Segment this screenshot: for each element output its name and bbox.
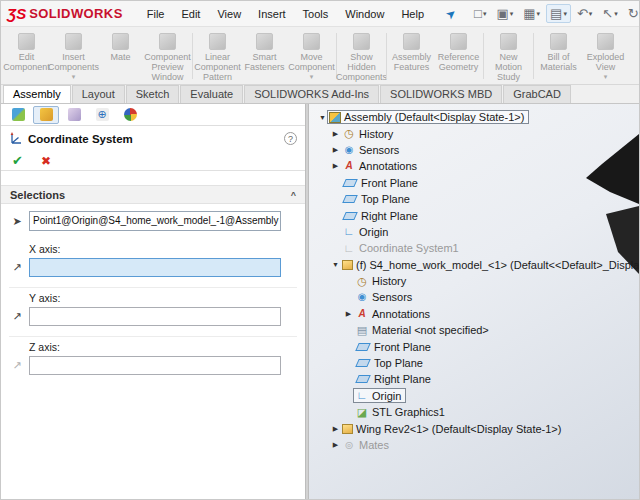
tree-item-content: Right Plane	[341, 210, 422, 222]
property-manager-panel: Coordinate System ? ✔ ✖ Selections ^ ➤ P…	[1, 104, 305, 499]
toolbar-print-button[interactable]: ▤▾	[546, 4, 571, 23]
featuremanager-tree-tab[interactable]	[5, 106, 31, 124]
annotations-icon	[355, 307, 369, 320]
selections-group-header[interactable]: Selections ^	[1, 185, 305, 204]
expand-arrow-icon[interactable]: ▼	[317, 114, 328, 121]
tree-item-label: Top Plane	[374, 357, 423, 369]
tab-layout[interactable]: Layout	[72, 85, 125, 103]
plane-icon	[355, 375, 371, 383]
cmd-move-component-button[interactable]: Move Component▾	[288, 29, 335, 83]
toolbar-new-document-button[interactable]: □▾	[470, 4, 490, 23]
tree-item-front-plane[interactable]: Front Plane	[315, 175, 639, 191]
tree-item-origin[interactable]: Origin	[315, 388, 639, 404]
help-icon[interactable]: ?	[284, 132, 297, 145]
cmd-linear-component-pattern-button[interactable]: Linear Component Pattern▾	[194, 29, 241, 83]
propertymanager-icon	[40, 108, 53, 121]
dropdown-caret-icon: ▾	[563, 10, 567, 18]
tree-item-f-s4-home-work-model-1-default-default-display-state-1[interactable]: ▼(f) S4_home_work_model_<1> (Default<<De…	[315, 257, 639, 273]
tree-item-assembly-default-display-state-1[interactable]: ▼Assembly (Default<Display State-1>)	[315, 109, 639, 125]
tree-item-history[interactable]: ▶History	[315, 125, 639, 141]
tree-item-annotations[interactable]: ▶Annotations	[315, 158, 639, 174]
tree-item-coordinate-system1[interactable]: Coordinate System1	[315, 240, 639, 256]
menu-view[interactable]: View	[209, 4, 249, 24]
assembly-icon	[329, 112, 341, 123]
cmd-component-preview-window-button[interactable]: Component Preview Window	[144, 29, 191, 83]
dropdown-caret-icon: ▾	[604, 73, 608, 81]
toolbar-open-button[interactable]: ▣▾	[492, 4, 517, 23]
menu-window[interactable]: Window	[337, 4, 392, 24]
x-axis-input[interactable]	[29, 258, 281, 277]
expand-arrow-icon[interactable]: ▶	[343, 310, 354, 318]
cmd-mate-button[interactable]: Mate	[97, 29, 144, 83]
tree-item-history[interactable]: History	[315, 273, 639, 289]
tree-item-right-plane[interactable]: Right Plane	[315, 207, 639, 223]
toolbar-select-button[interactable]: ↖▾	[598, 4, 621, 23]
tree-item-stl-graphics1[interactable]: STL Graphics1	[315, 404, 639, 420]
tree-item-front-plane[interactable]: Front Plane	[315, 338, 639, 354]
tree-item-right-plane[interactable]: Right Plane	[315, 371, 639, 387]
menu-insert[interactable]: Insert	[250, 4, 294, 24]
menu-file[interactable]: File	[139, 4, 173, 24]
cmd-show-hidden-components-button[interactable]: Show Hidden Components	[338, 29, 385, 83]
tree-item-wing-rev2-1-default-display-state-1[interactable]: ▶Wing Rev2<1> (Default<Display State-1>)	[315, 420, 639, 436]
expand-arrow-icon[interactable]: ▶	[330, 130, 341, 138]
cmd-edit-component-button[interactable]: Edit Component	[3, 29, 50, 83]
toolbar-undo-button[interactable]: ↶▾	[573, 4, 596, 23]
expand-arrow-icon[interactable]: ▼	[330, 261, 341, 268]
tab-assembly[interactable]: Assembly	[3, 85, 71, 103]
tree-item-mates[interactable]: ▶Mates	[315, 437, 639, 453]
toolbar-rebuild-button[interactable]: ↻▾	[624, 4, 640, 23]
cmd-new-motion-study-button[interactable]: New Motion Study	[485, 29, 532, 83]
expand-arrow-icon[interactable]: ▶	[330, 425, 341, 433]
cmd-assembly-features-button[interactable]: Assembly Features	[388, 29, 435, 83]
expand-arrow-icon[interactable]: ▶	[330, 146, 341, 154]
cancel-button[interactable]: ✖	[41, 155, 51, 167]
tree-item-sensors[interactable]: Sensors	[315, 289, 639, 305]
displaymanager-tab[interactable]	[117, 106, 143, 124]
tree-item-top-plane[interactable]: Top Plane	[315, 191, 639, 207]
propertymanager-tab[interactable]	[33, 106, 59, 124]
tree-item-sensors[interactable]: ▶Sensors	[315, 142, 639, 158]
graphics-area[interactable]: ▼Assembly (Default<Display State-1>)▶His…	[309, 104, 639, 499]
tree-item-top-plane[interactable]: Top Plane	[315, 355, 639, 371]
cmd-exploded-view-button[interactable]: Exploded View▾	[582, 29, 629, 83]
cmd-insert-components-button[interactable]: Insert Components▾	[50, 29, 97, 83]
z-axis-input[interactable]	[29, 356, 281, 375]
tree-item-material-not-specified[interactable]: Material <not specified>	[315, 322, 639, 338]
cmd-button-label: Exploded View	[582, 52, 629, 72]
cmd-reference-geometry-button[interactable]: Reference Geometry	[435, 29, 482, 83]
tab-grabcad[interactable]: GrabCAD	[503, 85, 571, 103]
print-icon: ▤	[550, 7, 562, 20]
expand-arrow-icon[interactable]: ▶	[330, 162, 341, 170]
reference-geometry-icon	[450, 33, 467, 50]
cmd-bill-of-materials-button[interactable]: Bill of Materials	[535, 29, 582, 83]
history-icon	[355, 275, 369, 288]
axis-field-row: ↗	[9, 356, 297, 375]
tree-item-annotations[interactable]: ▶Annotations	[315, 306, 639, 322]
cmd-button-label: Smart Fasteners	[241, 52, 288, 72]
configurationmanager-tab[interactable]	[61, 106, 87, 124]
main-area: Coordinate System ? ✔ ✖ Selections ^ ➤ P…	[1, 104, 639, 499]
cmd-button-label: Edit Component	[3, 52, 50, 72]
tab-evaluate[interactable]: Evaluate	[180, 85, 243, 103]
tree-item-origin[interactable]: Origin	[315, 224, 639, 240]
cmd-smart-fasteners-button[interactable]: Smart Fasteners	[241, 29, 288, 83]
tree-item-label: Material <not specified>	[372, 324, 489, 336]
ok-button[interactable]: ✔	[12, 154, 23, 167]
tab-solidworks-add-ins[interactable]: SOLIDWORKS Add-Ins	[244, 85, 379, 103]
tree-item-content: History	[354, 275, 410, 288]
3dexperience-icon[interactable]: ➤	[443, 5, 460, 22]
menu-edit[interactable]: Edit	[173, 4, 208, 24]
menu-tools[interactable]: Tools	[295, 4, 337, 24]
cmd-button-label: Component Preview Window	[144, 52, 191, 82]
tab-solidworks-mbd[interactable]: SOLIDWORKS MBD	[380, 85, 502, 103]
cmd-button-label: Reference Geometry	[435, 52, 482, 72]
reference-point-selection-box[interactable]: Point1@Origin@S4_home_work_model_-1@Asse…	[29, 211, 281, 231]
selections-group-title: Selections	[10, 189, 65, 201]
dimxpertmanager-tab[interactable]	[89, 106, 115, 124]
expand-arrow-icon[interactable]: ▶	[330, 441, 341, 449]
toolbar-save-button[interactable]: ▦▾	[519, 4, 544, 23]
y-axis-input[interactable]	[29, 307, 281, 326]
tab-sketch[interactable]: Sketch	[126, 85, 180, 103]
menu-help[interactable]: Help	[393, 4, 432, 24]
